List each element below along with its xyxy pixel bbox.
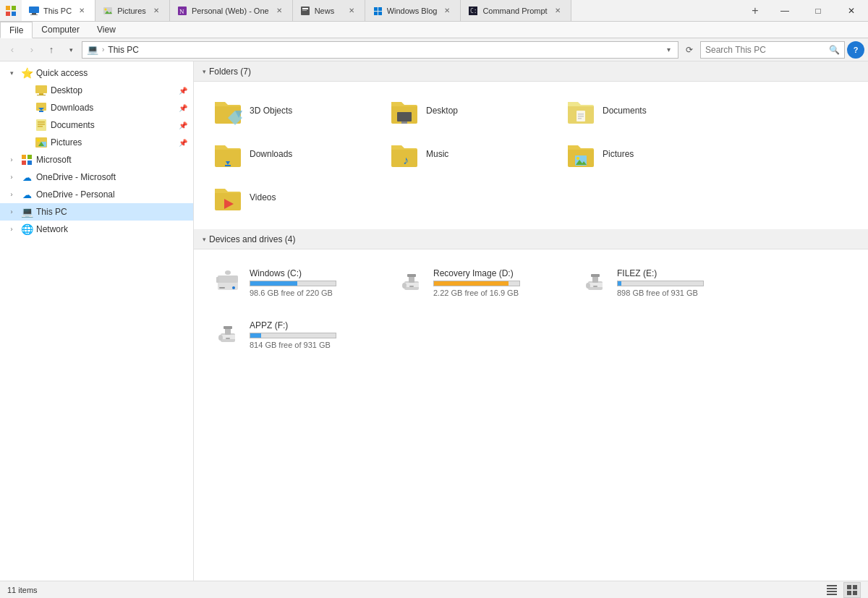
- maximize-button[interactable]: □: [801, 0, 835, 22]
- folder-name: Documents: [603, 106, 647, 116]
- svg-rect-35: [22, 155, 26, 159]
- sidebar-item-onedrive-personal[interactable]: › ☁ OneDrive - Personal: [0, 186, 193, 203]
- breadcrumb: 💻 › This PC: [87, 44, 139, 55]
- sidebar-item-pictures[interactable]: Pictures 📌: [14, 134, 193, 151]
- new-tab-button[interactable]: +: [742, 0, 768, 21]
- tab-news[interactable]: News ✕: [293, 0, 365, 21]
- pin-icon-pictures: 📌: [179, 139, 187, 147]
- tab-close-button[interactable]: ✕: [441, 5, 453, 17]
- large-icons-view-button[interactable]: [843, 582, 861, 598]
- tab-pictures[interactable]: Pictures ✕: [95, 0, 170, 21]
- svg-point-77: [218, 335, 223, 341]
- folder-item-music[interactable]: ♪ Music: [383, 134, 557, 174]
- svg-rect-2: [6, 12, 10, 16]
- svg-rect-17: [374, 12, 378, 15]
- svg-rect-85: [853, 591, 857, 595]
- tab-close-button[interactable]: ✕: [552, 5, 563, 17]
- sidebar-label-onedrive-personal: OneDrive - Personal: [36, 189, 187, 200]
- minimize-button[interactable]: —: [768, 0, 801, 22]
- drives-section-header[interactable]: ▾ Devices and drives (4): [194, 229, 868, 249]
- svg-text:♪: ♪: [403, 154, 409, 166]
- drive-bar: [617, 281, 704, 286]
- tab-onenote[interactable]: N Personal (Web) - One ✕: [170, 0, 293, 21]
- svg-rect-18: [378, 12, 382, 15]
- folder-item-downloads[interactable]: Downloads: [207, 134, 380, 174]
- svg-rect-4: [29, 7, 39, 13]
- svg-rect-69: [591, 274, 600, 277]
- folder-info: Music: [426, 149, 448, 159]
- tab-icon: [103, 6, 113, 16]
- drive-name: Windows (C:): [250, 268, 381, 278]
- tab-this-pc[interactable]: This PC ✕: [22, 0, 95, 21]
- tab-close-button[interactable]: ✕: [150, 5, 162, 17]
- folder-name: Downloads: [250, 149, 292, 159]
- tab-close-button[interactable]: ✕: [76, 5, 88, 17]
- folder-name: Pictures: [603, 149, 634, 159]
- search-box[interactable]: 🔍: [700, 41, 845, 59]
- drive-item-appz--f:-[interactable]: APPZ (F:) 814 GB free of 931 GB: [207, 310, 388, 359]
- tab-label: Pictures: [117, 7, 146, 15]
- sidebar-item-microsoft[interactable]: › Microsoft: [0, 151, 193, 168]
- drive-item-filez--e:-[interactable]: FILEZ (E:) 898 GB free of 931 GB: [574, 258, 755, 307]
- folder-item-documents[interactable]: Documents: [560, 90, 733, 131]
- svg-point-71: [586, 283, 590, 289]
- pin-icon-downloads: 📌: [179, 104, 187, 112]
- tab-close-button[interactable]: ✕: [273, 5, 285, 17]
- ribbon-tab-view[interactable]: View: [88, 22, 124, 38]
- up-button[interactable]: ↑: [43, 41, 60, 59]
- recent-button[interactable]: ▾: [62, 41, 80, 59]
- back-button[interactable]: ‹: [4, 41, 21, 59]
- quick-access-items: Desktop 📌 Downloads 📌 Documents 📌: [0, 82, 193, 151]
- folder-info: Desktop: [426, 106, 458, 116]
- tab-label: News: [315, 7, 341, 15]
- drive-bar-fill: [434, 281, 509, 286]
- svg-rect-3: [12, 12, 16, 16]
- folders-section-header[interactable]: ▾ Folders (7): [194, 61, 868, 82]
- folder-item-desktop[interactable]: Desktop: [383, 90, 557, 131]
- folder-icon: [213, 96, 242, 125]
- drive-item-windows--c:-[interactable]: Windows (C:) 98.6 GB free of 220 GB: [207, 258, 388, 307]
- tab-close-button[interactable]: ✕: [346, 5, 357, 17]
- refresh-button[interactable]: ⟳: [681, 41, 698, 59]
- sidebar-item-network[interactable]: › 🌐 Network: [0, 221, 193, 238]
- forward-button[interactable]: ›: [23, 41, 41, 59]
- svg-rect-23: [37, 95, 46, 95]
- folder-item-videos[interactable]: Videos: [207, 177, 380, 218]
- folder-info: 3D Objects: [250, 106, 292, 116]
- folder-name: Music: [426, 149, 448, 159]
- details-view-button[interactable]: [823, 582, 841, 598]
- expand-icon: ▾: [6, 69, 17, 77]
- window-controls: — □ ✕: [768, 0, 868, 21]
- folder-item-pictures[interactable]: Pictures: [560, 134, 733, 174]
- folder-item-3d-objects[interactable]: 3D Objects: [207, 90, 380, 131]
- drive-info: APPZ (F:) 814 GB free of 931 GB: [250, 320, 381, 349]
- svg-rect-45: [578, 116, 584, 117]
- svg-point-57: [232, 286, 235, 289]
- sidebar-item-this-pc[interactable]: › 💻 This PC: [0, 203, 193, 221]
- svg-rect-5: [32, 13, 36, 14]
- drive-bar: [433, 281, 520, 286]
- ribbon-tab-file[interactable]: File: [0, 22, 33, 38]
- sidebar-item-desktop[interactable]: Desktop 📌: [14, 82, 193, 99]
- ribbon-tab-computer[interactable]: Computer: [33, 22, 88, 38]
- drives-chevron: ▾: [203, 236, 206, 243]
- svg-rect-55: [218, 275, 238, 283]
- tab-windows-blog[interactable]: Windows Blog ✕: [365, 0, 461, 21]
- svg-rect-58: [216, 277, 219, 283]
- sidebar-item-onedrive-ms[interactable]: › ☁ OneDrive - Microsoft: [0, 168, 193, 186]
- statusbar: 11 items: [0, 581, 868, 598]
- address-box[interactable]: 💻 › This PC ▾: [82, 41, 678, 59]
- search-input[interactable]: [705, 45, 826, 55]
- help-button[interactable]: ?: [847, 41, 864, 59]
- svg-rect-46: [578, 118, 582, 119]
- tab-cmd[interactable]: C: Command Prompt ✕: [461, 0, 571, 21]
- sidebar-item-quick-access[interactable]: ▾ ⭐ Quick access: [0, 64, 193, 82]
- sidebar-item-documents[interactable]: Documents 📌: [14, 116, 193, 134]
- svg-rect-29: [38, 124, 45, 125]
- close-button[interactable]: ✕: [835, 0, 868, 22]
- view-toggle: [823, 582, 861, 598]
- address-dropdown[interactable]: ▾: [664, 46, 673, 54]
- drive-item-recovery-image--d:-[interactable]: Recovery Image (D:) 2.22 GB free of 16.9…: [391, 258, 571, 307]
- svg-rect-44: [578, 114, 584, 115]
- sidebar-item-downloads[interactable]: Downloads 📌: [14, 99, 193, 116]
